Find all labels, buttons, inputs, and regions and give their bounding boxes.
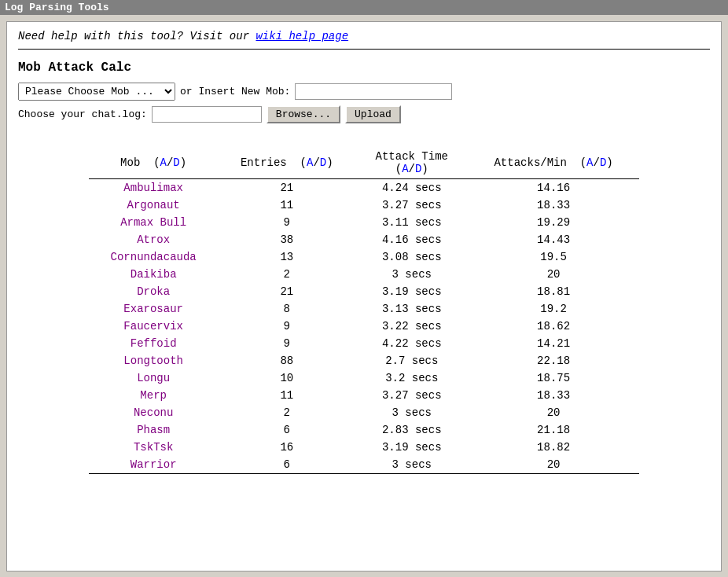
attack-time-cell: 2.83 secs	[355, 421, 468, 439]
help-text: Need help with this tool? Visit our wiki…	[18, 30, 710, 50]
mob-link[interactable]: Ambulimax	[123, 182, 183, 194]
data-table: Mob (A/D) Entries (A/D) Attack Time (A/D…	[89, 147, 639, 474]
apm-cell: 21.18	[468, 421, 639, 439]
entries-cell: 9	[218, 318, 355, 335]
entries-cell: 6	[218, 456, 355, 474]
browse-button[interactable]: Browse...	[267, 105, 340, 123]
mob-link[interactable]: Longtooth	[123, 355, 183, 367]
chatlog-row: Choose your chat.log: Browse... Upload	[18, 105, 710, 123]
mob-sort-d[interactable]: D	[173, 156, 179, 169]
table-row: Atrox384.16 secs14.43	[89, 231, 639, 248]
table-row: Neconu23 secs20	[89, 404, 639, 421]
attacks-per-min-header: Attacks/Min (A/D)	[468, 147, 639, 179]
entries-cell: 38	[218, 231, 355, 248]
mob-link[interactable]: Longu	[137, 372, 170, 384]
apm-cell: 14.43	[468, 231, 639, 248]
title-label: Log Parsing Tools	[5, 2, 109, 13]
upload-button[interactable]: Upload	[345, 105, 401, 123]
chatlog-input[interactable]	[152, 106, 262, 123]
attack-time-cell: 3 secs	[355, 456, 468, 474]
attack-time-sort-a[interactable]: A	[402, 163, 408, 175]
entries-header: Entries (A/D)	[218, 147, 355, 179]
attack-time-cell: 3.19 secs	[355, 439, 468, 456]
table-row: Argonaut113.27 secs18.33	[89, 197, 639, 214]
table-row: Faucervix93.22 secs18.62	[89, 318, 639, 335]
entries-sort-a[interactable]: A	[307, 156, 313, 169]
entries-cell: 10	[218, 369, 355, 387]
entries-cell: 8	[218, 300, 355, 318]
attack-time-cell: 3.19 secs	[355, 283, 468, 300]
mob-link[interactable]: Neconu	[134, 406, 173, 419]
table-row: Ambulimax214.24 secs14.16	[89, 179, 639, 197]
entries-cell: 6	[218, 421, 355, 439]
controls-row: Please Choose Mob ... or Insert New Mob:	[18, 83, 710, 101]
apm-sort-d[interactable]: D	[600, 156, 606, 169]
entries-cell: 13	[218, 248, 355, 266]
entries-sort-d[interactable]: D	[320, 156, 326, 169]
table-row: Armax Bull93.11 secs19.29	[89, 214, 639, 231]
mob-header: Mob (A/D)	[89, 147, 218, 179]
mob-link[interactable]: Merp	[140, 389, 167, 402]
attack-time-sort-d[interactable]: D	[415, 163, 421, 175]
insert-label: or Insert New Mob:	[180, 86, 290, 97]
apm-cell: 14.16	[468, 179, 639, 197]
attack-time-cell: 3.2 secs	[355, 369, 468, 387]
mob-sort-a[interactable]: A	[160, 156, 167, 169]
apm-cell: 18.33	[468, 387, 639, 404]
attack-time-cell: 3.11 secs	[355, 214, 468, 231]
apm-cell: 20	[468, 266, 639, 283]
table-row: Feffoid94.22 secs14.21	[89, 335, 639, 352]
mob-link[interactable]: TskTsk	[134, 441, 173, 454]
help-prefix: Need help with this tool? Visit our	[18, 30, 256, 42]
mob-link[interactable]: Exarosaur	[123, 303, 183, 315]
attack-time-cell: 3 secs	[355, 266, 468, 283]
table-header-row: Mob (A/D) Entries (A/D) Attack Time (A/D…	[89, 147, 639, 179]
apm-cell: 20	[468, 404, 639, 421]
mob-select[interactable]: Please Choose Mob ...	[18, 83, 175, 101]
attack-time-cell: 2.7 secs	[355, 352, 468, 369]
apm-cell: 19.29	[468, 214, 639, 231]
attack-time-cell: 3 secs	[355, 404, 468, 421]
chatlog-label: Choose your chat.log:	[18, 108, 147, 120]
mob-link[interactable]: Cornundacauda	[111, 251, 197, 263]
apm-cell: 18.33	[468, 197, 639, 214]
table-row: Exarosaur83.13 secs19.2	[89, 300, 639, 318]
attack-time-cell: 3.27 secs	[355, 387, 468, 404]
table-row: Longu103.2 secs18.75	[89, 369, 639, 387]
mob-link[interactable]: Warrior	[131, 458, 177, 471]
mob-link[interactable]: Faucervix	[123, 320, 183, 333]
attack-time-cell: 3.08 secs	[355, 248, 468, 266]
entries-cell: 21	[218, 283, 355, 300]
apm-cell: 19.5	[468, 248, 639, 266]
attack-time-cell: 3.22 secs	[355, 318, 468, 335]
table-row: Warrior63 secs20	[89, 456, 639, 474]
table-row: Daikiba23 secs20	[89, 266, 639, 283]
entries-cell: 21	[218, 179, 355, 197]
mob-link[interactable]: Droka	[137, 285, 170, 298]
table-row: Merp113.27 secs18.33	[89, 387, 639, 404]
attack-time-cell: 3.13 secs	[355, 300, 468, 318]
attack-time-header: Attack Time (A/D)	[355, 147, 468, 179]
entries-cell: 11	[218, 197, 355, 214]
table-body: Ambulimax214.24 secs14.16Argonaut113.27 …	[89, 179, 639, 474]
mob-link[interactable]: Daikiba	[131, 268, 177, 281]
mob-link[interactable]: Armax Bull	[120, 216, 186, 229]
mob-link[interactable]: Feffoid	[131, 337, 177, 350]
apm-cell: 18.81	[468, 283, 639, 300]
mob-link[interactable]: Atrox	[137, 233, 170, 246]
apm-cell: 18.75	[468, 369, 639, 387]
entries-cell: 88	[218, 352, 355, 369]
wiki-help-link[interactable]: wiki help page	[256, 30, 348, 42]
entries-cell: 2	[218, 404, 355, 421]
mob-link[interactable]: Argonaut	[127, 199, 180, 211]
attack-time-cell: 3.27 secs	[355, 197, 468, 214]
insert-mob-input[interactable]	[295, 83, 452, 100]
table-row: TskTsk163.19 secs18.82	[89, 439, 639, 456]
apm-cell: 18.82	[468, 439, 639, 456]
apm-sort-a[interactable]: A	[586, 156, 593, 169]
entries-cell: 16	[218, 439, 355, 456]
mob-link[interactable]: Phasm	[137, 424, 170, 436]
entries-cell: 11	[218, 387, 355, 404]
apm-cell: 14.21	[468, 335, 639, 352]
entries-cell: 2	[218, 266, 355, 283]
